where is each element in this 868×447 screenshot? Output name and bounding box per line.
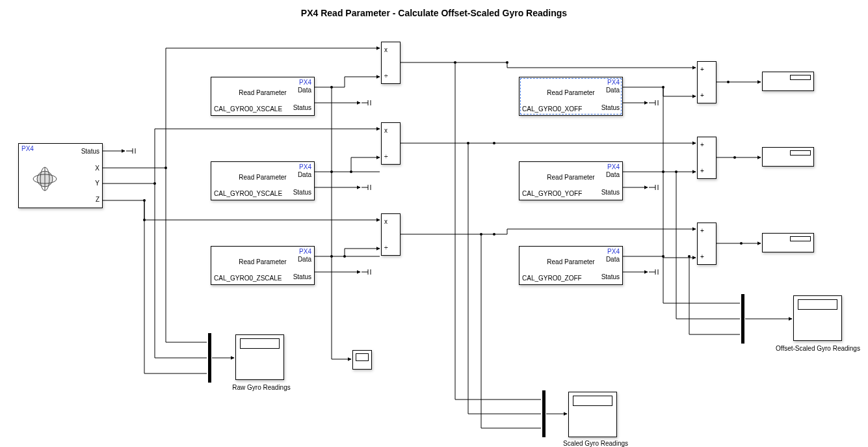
svg-point-23 [662,255,664,258]
px4-tag: PX4 [21,145,34,152]
px4-tag: PX4 [299,163,311,170]
terminator-icon [362,269,373,275]
svg-point-26 [688,255,690,258]
param-name-label: CAL_GYRO0_YSCALE [214,190,282,197]
terminator-icon [362,100,373,106]
scope-scale-params[interactable] [352,350,372,370]
svg-point-14 [454,61,456,64]
svg-point-30 [727,81,730,83]
px4-tag: PX4 [607,163,620,170]
svg-point-32 [740,242,743,245]
port-status-label: Status [293,104,311,111]
px4-tag: PX4 [607,79,620,86]
display-block-y[interactable] [762,147,814,167]
mux-block-scaled[interactable] [542,390,546,437]
operator-symbol: x [384,46,388,53]
param-name-label: CAL_GYRO0_XOFF [522,105,582,113]
read-param-xoff[interactable]: PX4 Data Status Read Parameter CAL_GYRO0… [519,77,623,116]
port-status-label: Status [293,273,311,280]
mux-block-raw[interactable] [208,333,211,383]
scope-offset-caption: Offset-Scaled Gyro Readings [766,345,868,352]
px4-tag: PX4 [607,248,620,255]
read-param-xscale[interactable]: PX4 Data Status Read Parameter CAL_GYRO0… [211,77,315,116]
product-block-z[interactable]: x ÷ [381,213,401,256]
terminator-icon [649,269,661,275]
svg-point-18 [480,233,482,236]
operator-symbol: + [700,66,704,73]
simulink-canvas[interactable]: PX4 Read Parameter - Calculate Offset-Sc… [0,0,868,447]
svg-point-8 [350,170,352,173]
svg-point-25 [675,170,677,173]
port-z-label: Z [96,196,99,203]
svg-point-16 [467,142,469,144]
operator-symbol: + [700,227,704,234]
read-parameter-label: Read Parameter [519,89,622,96]
operator-symbol: + [700,141,704,148]
scope-raw-caption: Raw Gyro Readings [216,384,307,391]
operator-symbol: + [700,167,704,174]
read-param-yscale[interactable]: PX4 Data Status Read Parameter CAL_GYRO0… [211,161,315,200]
operator-symbol: ÷ [384,153,388,160]
scope-scaled[interactable] [568,392,617,437]
port-status-label: Status [601,273,620,280]
port-status-label: Status [81,148,99,155]
svg-point-19 [662,86,664,88]
operator-symbol: ÷ [384,72,388,79]
svg-point-2 [153,182,156,185]
svg-point-7 [330,170,333,173]
svg-point-17 [493,233,495,236]
operator-symbol: + [700,253,704,260]
terminator-icon [362,184,373,191]
product-block-y[interactable]: x ÷ [381,122,401,165]
port-y-label: Y [95,180,99,187]
operator-symbol: + [700,92,704,99]
signal-lines [0,0,868,447]
terminator-icon [126,148,138,154]
svg-point-11 [343,255,346,258]
port-status-label: Status [601,189,620,196]
read-parameter-label: Read Parameter [211,174,314,181]
read-parameter-label: Read Parameter [211,258,314,265]
operator-symbol: ÷ [384,244,388,251]
display-block-x[interactable] [762,72,814,91]
port-status-label: Status [293,189,311,196]
terminator-icon [649,100,661,106]
svg-point-13 [506,61,508,64]
read-param-zscale[interactable]: PX4 Data Status Read Parameter CAL_GYRO0… [211,246,315,285]
px4-tag: PX4 [299,248,311,255]
sum-block-x[interactable]: + + [697,61,717,103]
operator-symbol: x [384,218,388,225]
param-name-label: CAL_GYRO0_ZSCALE [214,275,282,282]
svg-point-31 [733,156,736,159]
sum-block-z[interactable]: + + [697,223,717,265]
svg-point-5 [330,86,333,88]
read-parameter-label: Read Parameter [519,174,622,181]
svg-point-15 [493,142,495,144]
param-name-label: CAL_GYRO0_YOFF [522,190,582,197]
operator-symbol: x [384,127,388,134]
diagram-title: PX4 Read Parameter - Calculate Offset-Sc… [0,8,868,18]
svg-point-10 [330,255,333,258]
display-block-z[interactable] [762,233,814,252]
read-param-yoff[interactable]: PX4 Data Status Read Parameter CAL_GYRO0… [519,161,623,200]
mux-block-offset[interactable] [741,294,744,344]
svg-point-3 [143,199,146,202]
scope-raw[interactable] [235,334,284,380]
scope-scaled-caption: Scaled Gyro Readings [550,440,641,447]
svg-point-4 [143,219,146,221]
port-status-label: Status [601,104,620,111]
scope-offset[interactable] [793,295,842,341]
read-param-zoff[interactable]: PX4 Data Status Read Parameter CAL_GYRO0… [519,246,623,285]
gyro-sensor-block[interactable]: PX4 Status X Y Z [18,143,103,208]
port-x-label: X [95,165,99,172]
svg-point-1 [164,167,167,169]
product-block-x[interactable]: x ÷ [381,42,401,84]
terminator-icon [649,184,661,191]
read-parameter-label: Read Parameter [211,89,314,96]
param-name-label: CAL_GYRO0_XSCALE [214,105,282,113]
px4-tag: PX4 [299,79,311,86]
sum-block-y[interactable]: + + [697,137,717,179]
read-parameter-label: Read Parameter [519,258,622,265]
param-name-label: CAL_GYRO0_ZOFF [522,275,582,282]
svg-point-21 [662,170,664,173]
